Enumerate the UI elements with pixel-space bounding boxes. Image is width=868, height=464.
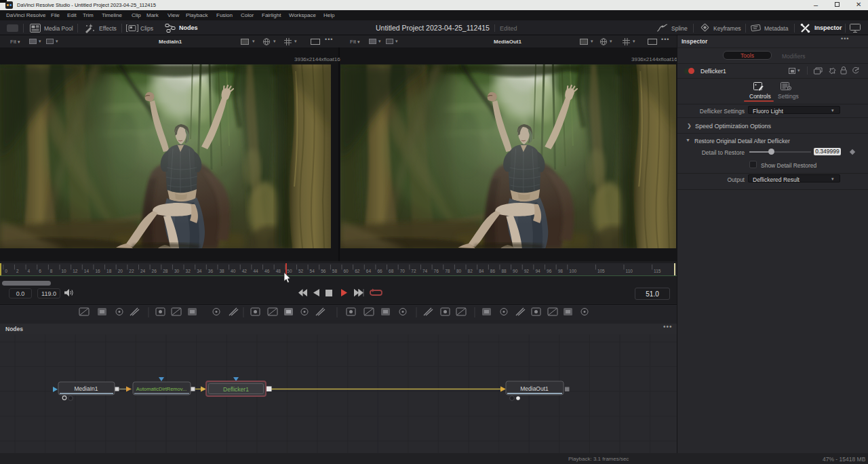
svg-text:92: 92 bbox=[524, 269, 530, 273]
svg-text:80: 80 bbox=[456, 269, 462, 273]
svg-text:82: 82 bbox=[468, 269, 473, 273]
svg-text:2: 2 bbox=[16, 269, 19, 273]
svg-text:84: 84 bbox=[479, 269, 484, 273]
svg-text:28: 28 bbox=[163, 269, 168, 273]
svg-text:58: 58 bbox=[332, 269, 338, 273]
svg-text:Deflicker1: Deflicker1 bbox=[223, 386, 249, 393]
svg-text:94: 94 bbox=[535, 269, 540, 273]
svg-text:14: 14 bbox=[84, 269, 90, 273]
svg-text:70: 70 bbox=[400, 269, 406, 273]
svg-text:90: 90 bbox=[513, 269, 518, 273]
svg-text:20: 20 bbox=[118, 269, 123, 273]
svg-text:22: 22 bbox=[129, 269, 134, 273]
svg-text:24: 24 bbox=[140, 269, 146, 273]
svg-text:88: 88 bbox=[501, 269, 507, 273]
svg-text:38: 38 bbox=[219, 269, 224, 273]
svg-text:42: 42 bbox=[242, 269, 248, 273]
svg-text:62: 62 bbox=[355, 269, 360, 273]
svg-text:100: 100 bbox=[569, 269, 576, 273]
svg-text:30: 30 bbox=[174, 269, 180, 273]
svg-text:AutomaticDirtRemov...: AutomaticDirtRemov... bbox=[136, 386, 186, 392]
svg-text:52: 52 bbox=[298, 269, 304, 273]
svg-text:18: 18 bbox=[106, 269, 112, 273]
svg-text:46: 46 bbox=[264, 269, 270, 273]
svg-text:10: 10 bbox=[62, 269, 67, 273]
svg-text:34: 34 bbox=[197, 269, 202, 273]
svg-text:40: 40 bbox=[231, 269, 236, 273]
svg-text:68: 68 bbox=[389, 269, 394, 273]
svg-text:8: 8 bbox=[50, 269, 53, 273]
svg-text:MediaIn1: MediaIn1 bbox=[75, 385, 98, 392]
svg-text:64: 64 bbox=[366, 269, 372, 273]
svg-text:56: 56 bbox=[321, 269, 326, 273]
svg-text:48: 48 bbox=[276, 269, 281, 273]
svg-text:44: 44 bbox=[253, 269, 258, 273]
svg-text:54: 54 bbox=[310, 269, 315, 273]
svg-text:60: 60 bbox=[344, 269, 349, 273]
svg-text:36: 36 bbox=[208, 269, 214, 273]
svg-text:105: 105 bbox=[597, 269, 605, 273]
svg-text:66: 66 bbox=[377, 269, 382, 273]
svg-text:74: 74 bbox=[422, 269, 428, 273]
svg-text:72: 72 bbox=[411, 269, 416, 273]
svg-text:76: 76 bbox=[434, 269, 439, 273]
svg-text:115: 115 bbox=[654, 269, 661, 273]
svg-text:78: 78 bbox=[445, 269, 450, 273]
svg-text:0: 0 bbox=[5, 269, 7, 273]
svg-text:32: 32 bbox=[186, 269, 191, 273]
svg-text:110: 110 bbox=[626, 269, 633, 273]
svg-text:MediaOut1: MediaOut1 bbox=[520, 385, 549, 392]
svg-text:12: 12 bbox=[73, 269, 78, 273]
svg-text:26: 26 bbox=[152, 269, 157, 273]
svg-text:4: 4 bbox=[28, 269, 31, 273]
svg-text:96: 96 bbox=[547, 269, 552, 273]
svg-text:86: 86 bbox=[490, 269, 496, 273]
svg-text:98: 98 bbox=[558, 269, 564, 273]
svg-text:16: 16 bbox=[95, 269, 100, 273]
svg-text:6: 6 bbox=[39, 269, 41, 273]
